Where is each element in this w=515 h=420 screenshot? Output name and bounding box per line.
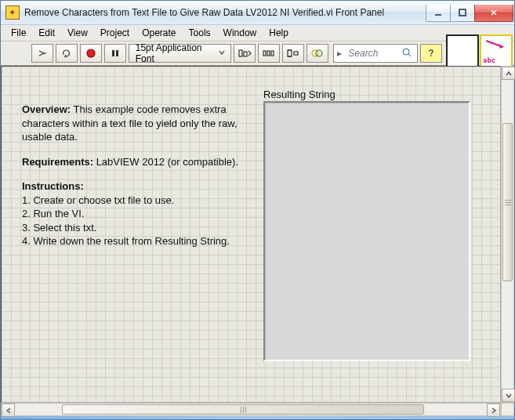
svg-rect-8 [239,50,242,56]
font-selector[interactable]: 15pt Application Font [129,44,232,63]
svg-rect-6 [112,50,114,56]
menu-help[interactable]: Help [263,26,294,40]
scroll-down-button[interactable] [502,389,515,402]
run-continuously-button[interactable] [56,44,78,63]
vi-icon-large[interactable] [446,34,479,67]
menu-project[interactable]: Project [95,26,135,40]
svg-rect-16 [294,52,298,55]
instruction-step-2: 2. Run the VI. [22,208,85,219]
font-label: 15pt Application Font [136,42,212,64]
menu-file[interactable]: File [5,26,31,40]
resulting-string-indicator [263,101,470,361]
svg-rect-11 [267,51,270,56]
resize-objects-button[interactable] [282,44,304,63]
front-panel-canvas[interactable]: Overview: This example code removes extr… [1,66,501,403]
toolbar: 15pt Application Font ▸ ? [1,42,514,66]
svg-rect-9 [244,52,247,56]
resulting-string-label: Resulting String [263,89,335,100]
abort-button[interactable] [80,44,102,63]
overview-label: Overview: [22,103,71,115]
scroll-left-button[interactable] [2,404,15,417]
svg-point-5 [87,49,95,57]
title-bar: ✦ Remove Characters from Text File to Gi… [1,1,514,25]
vertical-scrollbar[interactable] [501,66,514,403]
horizontal-scroll-track[interactable] [15,404,487,415]
menu-operate[interactable]: Operate [136,26,181,40]
close-button[interactable] [474,5,513,22]
horizontal-scrollbar[interactable] [1,403,501,416]
context-help-button[interactable]: ? [420,44,442,63]
requirements-text: LabVIEW 2012 (or compatible). [93,156,238,168]
menu-window[interactable]: Window [218,26,263,40]
window-title: Remove Characters from Text File to Give… [24,7,426,18]
instruction-step-3: 3. Select this txt. [22,222,96,234]
instruction-step-4: 4. Write down the result from Resulting … [22,235,230,247]
svg-rect-10 [263,51,266,56]
search-box[interactable]: ▸ [333,44,418,63]
svg-line-20 [408,54,411,56]
connector-pane-icon[interactable]: abc [480,34,513,67]
search-input[interactable] [346,47,397,60]
requirements-label: Requirements: [22,156,93,168]
svg-rect-1 [459,9,466,16]
minimize-button[interactable] [426,5,451,22]
pause-button[interactable] [104,44,126,63]
chevron-down-icon [218,48,226,59]
svg-rect-7 [116,50,118,56]
horizontal-scroll-thumb[interactable] [62,404,424,415]
menu-bar: File Edit View Project Operate Tools Win… [1,25,514,42]
help-icon: ? [428,48,433,59]
maximize-button[interactable] [450,5,475,22]
client-area: Overview: This example code removes extr… [1,66,514,416]
vertical-scroll-track[interactable] [502,80,513,389]
vi-icon: ✦ [5,5,20,20]
instructions-label: Instructions: [22,180,84,192]
distribute-objects-button[interactable] [258,44,280,63]
abc-label: abc [483,56,495,64]
search-icon[interactable] [401,47,412,60]
reorder-button[interactable] [306,44,328,63]
align-objects-button[interactable] [234,44,256,63]
search-caret-icon: ▸ [337,48,342,59]
desktop-edge [1,416,514,419]
run-button[interactable] [31,44,53,63]
scroll-up-button[interactable] [502,67,515,80]
app-window: ✦ Remove Characters from Text File to Gi… [0,0,515,420]
instruction-step-1: 1. Create or choose txt file to use. [22,194,174,206]
menu-view[interactable]: View [62,26,93,40]
menu-edit[interactable]: Edit [33,26,60,40]
menu-tools[interactable]: Tools [183,26,216,40]
size-grip[interactable] [501,403,514,416]
svg-rect-12 [271,51,274,56]
svg-rect-13 [288,50,292,56]
svg-point-19 [403,49,409,55]
info-text-block: Overview: This example code removes extr… [22,103,245,248]
vertical-scroll-thumb[interactable] [502,123,513,281]
svg-point-18 [316,50,322,56]
scroll-right-button[interactable] [487,404,500,417]
